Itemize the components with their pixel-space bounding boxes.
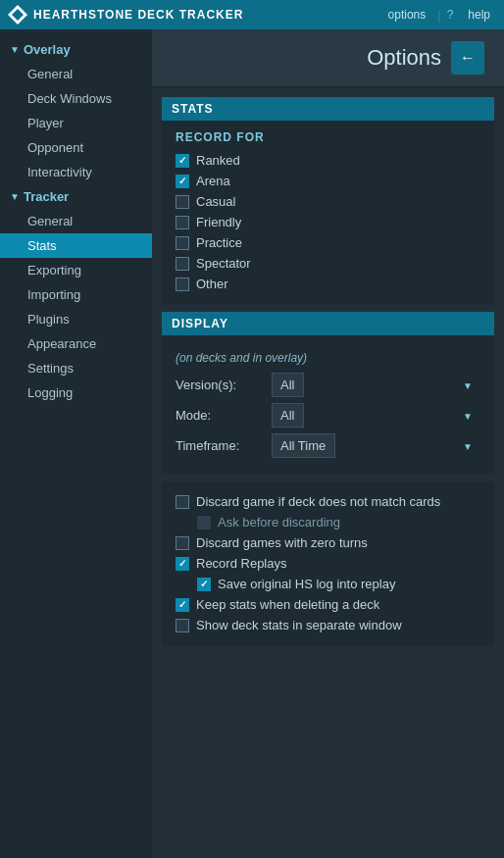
other-checkbox[interactable] (176, 278, 189, 291)
checkbox-spectator: Spectator (176, 253, 480, 274)
sidebar-item-opponent[interactable]: Opponent (0, 135, 152, 160)
help-icon: ? (447, 8, 454, 22)
tracker-arrow-icon: ▼ (10, 191, 20, 202)
show-deck-stats-row: Show deck stats in separate window (176, 615, 480, 635)
sidebar-item-deck-windows[interactable]: Deck Windows (0, 86, 152, 111)
display-section-header: DISPLAY (162, 312, 494, 335)
content-area: Options ← STATS RECORD FOR Ranked Arena … (152, 29, 504, 858)
ranked-checkbox[interactable] (176, 154, 189, 168)
friendly-label: Friendly (196, 215, 241, 229)
spectator-label: Spectator (196, 256, 251, 271)
show-deck-stats-checkbox[interactable] (176, 619, 189, 632)
record-for-label: RECORD FOR (176, 130, 480, 144)
options-title: Options (367, 45, 441, 71)
version-select[interactable]: All (272, 373, 304, 397)
mode-select[interactable]: All (272, 403, 304, 428)
discard-zero-turns-row: Discard games with zero turns (176, 532, 480, 553)
version-row: Version(s): All (176, 373, 480, 397)
timeframe-row: Timeframe: All Time (176, 433, 480, 458)
mode-select-wrapper: All (272, 403, 480, 428)
record-replays-row: Record Replays (176, 553, 480, 574)
casual-checkbox[interactable] (176, 195, 189, 209)
sidebar-item-exporting[interactable]: Exporting (0, 258, 152, 282)
help-button[interactable]: help (462, 6, 496, 24)
practice-label: Practice (196, 235, 242, 250)
friendly-checkbox[interactable] (176, 216, 189, 229)
casual-label: Casual (196, 194, 235, 209)
options-header: Options ← (152, 29, 504, 87)
display-section-body: (on decks and in overlay) Version(s): Al… (162, 335, 494, 474)
arena-label: Arena (196, 174, 230, 188)
titlebar: HEARTHSTONE DECK TRACKER options | ? hel… (0, 0, 504, 29)
main-layout: ▼ Overlay General Deck Windows Player Op… (0, 29, 504, 858)
checkbox-arena: Arena (176, 171, 480, 191)
sidebar-item-appearance[interactable]: Appearance (0, 331, 152, 356)
checkbox-ranked: Ranked (176, 150, 480, 171)
record-replays-checkbox[interactable] (176, 557, 189, 571)
ranked-label: Ranked (196, 153, 240, 168)
checkbox-practice: Practice (176, 232, 480, 253)
checkbox-other: Other (176, 274, 480, 294)
timeframe-select-wrapper: All Time (272, 433, 480, 458)
record-for-body: RECORD FOR Ranked Arena Casual Friendly (162, 121, 494, 304)
sidebar-item-plugins[interactable]: Plugins (0, 307, 152, 331)
sidebar-item-logging[interactable]: Logging (0, 380, 152, 405)
stats-section-header: STATS (162, 97, 494, 121)
stats-section: STATS RECORD FOR Ranked Arena Casual (162, 97, 494, 304)
keep-stats-checkbox[interactable] (176, 598, 189, 612)
ask-before-discard-row: Ask before discarding (197, 512, 480, 532)
sidebar-item-tracker-general[interactable]: General (0, 209, 152, 233)
tracker-section-label: Tracker (24, 189, 69, 204)
options-button[interactable]: options (382, 6, 432, 24)
timeframe-select[interactable]: All Time (272, 433, 335, 458)
sidebar-item-stats[interactable]: Stats (0, 233, 152, 258)
discard-zero-turns-label: Discard games with zero turns (196, 535, 368, 550)
bottom-checkboxes-area: Discard game if deck does not match card… (162, 481, 494, 645)
save-hs-log-checkbox[interactable] (197, 578, 211, 591)
arena-checkbox[interactable] (176, 175, 189, 188)
sidebar-item-overlay-general[interactable]: General (0, 62, 152, 86)
checkbox-casual: Casual (176, 191, 480, 212)
sidebar-item-importing[interactable]: Importing (0, 282, 152, 307)
spectator-checkbox[interactable] (176, 257, 189, 271)
sidebar-overlay-header[interactable]: ▼ Overlay (0, 37, 152, 62)
discard-zero-turns-checkbox[interactable] (176, 536, 189, 550)
display-section: DISPLAY (on decks and in overlay) Versio… (162, 312, 494, 474)
record-replays-label: Record Replays (196, 556, 287, 571)
timeframe-label: Timeframe: (176, 438, 264, 453)
other-label: Other (196, 277, 228, 291)
discard-deck-label: Discard game if deck does not match card… (196, 494, 440, 509)
overlay-section-label: Overlay (24, 42, 71, 57)
practice-checkbox[interactable] (176, 236, 189, 250)
show-deck-stats-label: Show deck stats in separate window (196, 618, 402, 632)
keep-stats-row: Keep stats when deleting a deck (176, 594, 480, 615)
sidebar: ▼ Overlay General Deck Windows Player Op… (0, 29, 152, 858)
sidebar-item-settings[interactable]: Settings (0, 356, 152, 380)
sidebar-item-player[interactable]: Player (0, 111, 152, 135)
sidebar-item-interactivity[interactable]: Interactivity (0, 160, 152, 184)
save-hs-log-label: Save original HS log into replay (218, 577, 395, 591)
save-hs-log-row: Save original HS log into replay (197, 574, 480, 594)
sidebar-tracker-header[interactable]: ▼ Tracker (0, 184, 152, 209)
app-logo (8, 5, 27, 25)
keep-stats-label: Keep stats when deleting a deck (196, 597, 379, 612)
mode-label: Mode: (176, 408, 264, 423)
ask-before-discard-checkbox[interactable] (197, 516, 211, 530)
version-label: Version(s): (176, 378, 264, 392)
app-title: HEARTHSTONE DECK TRACKER (33, 8, 377, 22)
discard-deck-row: Discard game if deck does not match card… (176, 491, 480, 512)
overlay-arrow-icon: ▼ (10, 44, 20, 55)
discard-deck-checkbox[interactable] (176, 495, 189, 509)
svg-marker-0 (12, 9, 24, 21)
checkbox-friendly: Friendly (176, 212, 480, 232)
back-button[interactable]: ← (451, 41, 484, 75)
display-subtitle: (on decks and in overlay) (176, 345, 480, 373)
mode-row: Mode: All (176, 403, 480, 428)
version-select-wrapper: All (272, 373, 480, 397)
ask-before-discard-label: Ask before discarding (218, 515, 340, 530)
